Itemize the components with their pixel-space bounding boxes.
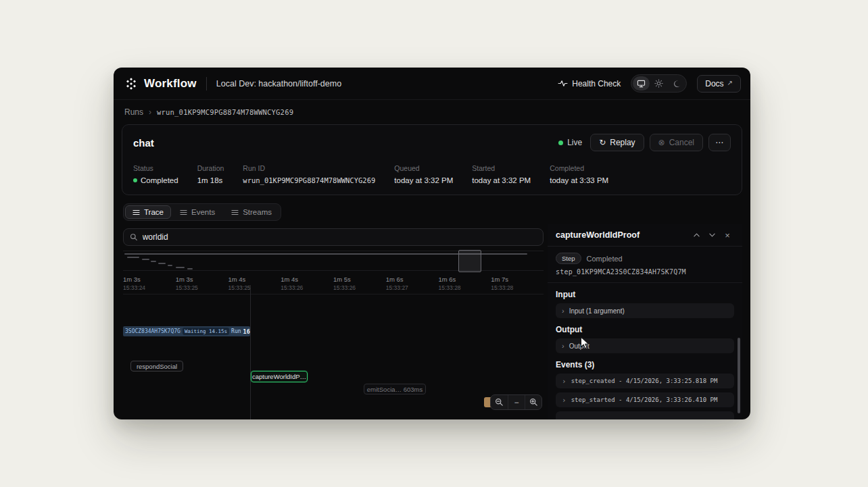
axis-tick: 1m 4s 15:33:26 xyxy=(281,276,333,291)
event-label: step_created - 4/15/2026, 3:33:25.818 PM xyxy=(571,378,718,384)
trace-view: 1m 3s 15:33:24 1m 3s 15:33:25 1m 4s 15:3… xyxy=(123,228,544,419)
breadcrumb-separator: › xyxy=(149,107,151,117)
span-capture-worldid-proof-selected[interactable]: captureWorldIdP… xyxy=(251,371,308,382)
chevron-right-icon: › xyxy=(562,307,564,315)
panel-body: Step Completed step_01KP9MCA23S0CZ834AH7… xyxy=(548,247,742,419)
meta-run-id: Run ID wrun_01KP9MC9PG8874M78WWNCYG269 xyxy=(243,164,375,184)
step-meta: Step Completed xyxy=(556,253,734,264)
input-section-heading: Input xyxy=(556,290,734,299)
more-actions-button[interactable]: ⋯ xyxy=(708,134,731,151)
output-section-heading: Output xyxy=(556,325,734,334)
meta-queued: Queued today at 3:32 PM xyxy=(394,164,453,184)
list-icon xyxy=(180,209,187,215)
meta-label: Started xyxy=(472,164,531,172)
environment-label: Local Dev: hackathon/liftoff-demo xyxy=(216,79,341,88)
minimap-span-mark xyxy=(176,267,185,268)
docs-label: Docs xyxy=(705,79,723,88)
axis-divider xyxy=(123,294,544,294)
previous-step-button[interactable] xyxy=(690,229,703,241)
live-label: Live xyxy=(567,138,582,147)
workflow-logo-icon xyxy=(124,77,138,91)
zoom-in-icon xyxy=(529,398,538,407)
meta-value: today at 3:32 PM xyxy=(472,176,531,184)
panel-scrollbar[interactable] xyxy=(738,338,740,413)
input-row-label: Input (1 argument) xyxy=(569,307,625,315)
minimap-span-mark xyxy=(187,268,193,270)
search-icon xyxy=(130,233,138,241)
cancel-button[interactable]: ⊗ Cancel xyxy=(650,134,703,151)
step-detail-panel: captureWorldIdProof × Step xyxy=(548,224,742,419)
meta-label: Completed xyxy=(550,164,608,172)
zoom-out-button[interactable] xyxy=(491,395,508,409)
close-panel-button[interactable]: × xyxy=(721,229,734,241)
step-id: step_01KP9MCA23S0CZ834AH7SK7Q7M xyxy=(556,268,734,277)
zoom-reset-button[interactable]: − xyxy=(508,395,525,409)
zoom-in-button[interactable] xyxy=(525,395,541,409)
docs-button[interactable]: Docs ↗ xyxy=(697,75,741,93)
meta-label: Status xyxy=(133,164,178,172)
minimap-span-mark xyxy=(142,259,149,260)
step-type-badge: Step xyxy=(556,253,581,264)
zoom-controls: − xyxy=(490,394,542,410)
events-section-heading: Events (3) xyxy=(556,360,734,369)
trace-minimap[interactable] xyxy=(123,251,544,271)
run-card-header: chat Live ↻ Replay ⊗ Cancel ⋯ xyxy=(133,134,731,151)
panel-divider xyxy=(548,282,742,283)
chevron-right-icon: › xyxy=(562,396,566,405)
event-row-step-started[interactable]: › step_started - 4/15/2026, 3:33:26.410 … xyxy=(556,392,734,407)
close-icon: × xyxy=(725,231,730,240)
event-row-step-created[interactable]: › step_created - 4/15/2026, 3:33:25.818 … xyxy=(556,374,734,388)
minimap-viewport[interactable] xyxy=(458,250,481,272)
replay-icon: ↻ xyxy=(599,138,606,147)
minimap-span-mark xyxy=(127,257,139,258)
tab-streams[interactable]: Streams xyxy=(224,205,279,219)
replay-button[interactable]: ↻ Replay xyxy=(590,134,644,151)
waiting-badge: Waiting 14.15s xyxy=(183,328,229,335)
health-check-label: Health Check xyxy=(572,79,621,88)
meta-status: Status Completed xyxy=(133,164,178,184)
meta-value: today at 3:33 PM xyxy=(550,176,608,184)
mouse-cursor xyxy=(580,336,591,350)
meta-completed: Completed today at 3:33 PM xyxy=(550,164,608,184)
run-duration: Run 16.02s xyxy=(231,328,250,335)
live-dot xyxy=(558,140,563,145)
tab-events[interactable]: Events xyxy=(172,205,222,219)
run-summary-card: chat Live ↻ Replay ⊗ Cancel ⋯ xyxy=(122,124,742,195)
monitor-icon xyxy=(637,80,646,88)
zoom-out-icon xyxy=(495,398,504,407)
chevron-right-icon: › xyxy=(562,377,566,386)
theme-light-button[interactable] xyxy=(650,76,667,91)
breadcrumb-runs-link[interactable]: Runs xyxy=(124,107,143,117)
theme-dark-button[interactable] xyxy=(668,76,685,91)
topbar-actions: Health Check xyxy=(558,74,741,93)
meta-label: Queued xyxy=(394,164,453,172)
search-input[interactable] xyxy=(143,232,537,242)
list-icon xyxy=(132,209,140,215)
span-respond-social[interactable]: respondSocial xyxy=(130,361,183,371)
health-check-button[interactable]: Health Check xyxy=(558,79,621,88)
list-icon xyxy=(231,209,239,215)
axis-tick: 1m 6s 15:33:28 xyxy=(439,276,491,291)
span-emit-social[interactable]: emitSocia… 603ms xyxy=(364,384,426,394)
meta-label: Run ID xyxy=(243,164,375,172)
axis-tick: 1m 3s 15:33:24 xyxy=(123,276,176,291)
span-run-root[interactable]: 3SOCZ834AH7SK7Q7G Waiting 14.15s Run 16.… xyxy=(123,326,250,336)
tab-trace[interactable]: Trace xyxy=(125,205,171,219)
event-row-partial[interactable] xyxy=(556,411,734,419)
theme-system-button[interactable] xyxy=(633,76,650,91)
input-collapse-row[interactable]: › Input (1 argument) xyxy=(556,303,734,318)
status-dot xyxy=(133,178,137,182)
panel-header-actions: × xyxy=(690,229,734,241)
axis-tick: 1m 5s 15:33:26 xyxy=(333,276,386,291)
panel-header: captureWorldIdProof × xyxy=(548,224,742,247)
theme-switcher xyxy=(631,74,687,93)
meta-value: Completed xyxy=(133,176,178,184)
next-step-button[interactable] xyxy=(705,229,719,241)
axis-tick: 1m 3s 15:33:25 xyxy=(176,276,228,291)
trace-search-box[interactable] xyxy=(123,228,544,246)
workflow-app-window: Workflow Local Dev: hackathon/liftoff-de… xyxy=(114,68,750,419)
breadcrumb-run-id: wrun_01KP9MC9PG8874M78WWNCYG269 xyxy=(157,108,293,116)
axis-tick: 1m 6s 15:33:27 xyxy=(386,276,439,291)
timeline-gridline xyxy=(250,285,251,419)
brand[interactable]: Workflow xyxy=(124,77,197,91)
